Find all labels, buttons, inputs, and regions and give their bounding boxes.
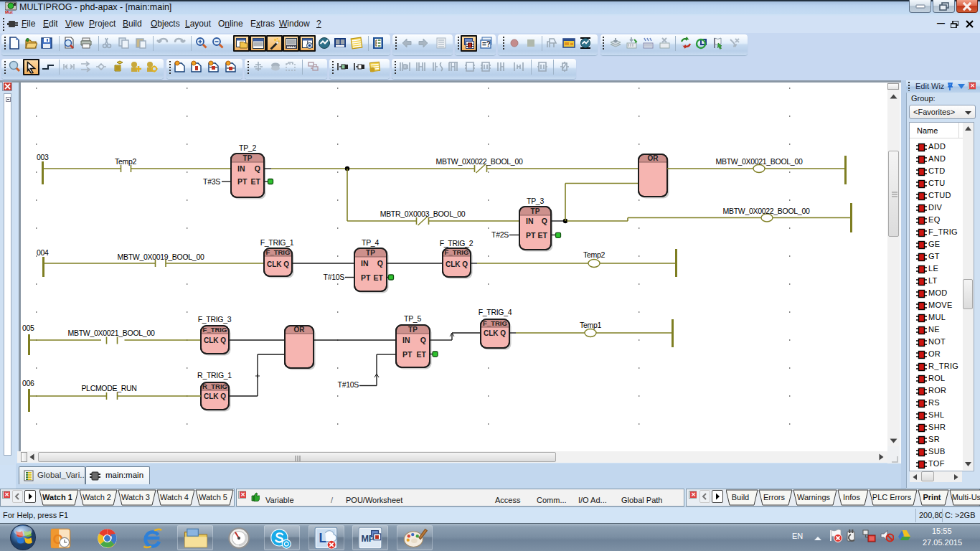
svg-text:T#3S: T#3S [203,177,220,186]
svg-text:PT: PT [526,231,536,240]
svg-text:CLK: CLK [484,329,499,337]
svg-text:CLK: CLK [267,260,282,268]
svg-text:T#2S: T#2S [491,230,509,239]
svg-text:TP_5: TP_5 [404,314,421,323]
svg-text:PLCMODE_RUN: PLCMODE_RUN [81,384,136,392]
svg-text:OR: OR [648,154,659,162]
svg-text:003: 003 [37,153,49,161]
svg-text:MBTW_0X0021_BOOL_00: MBTW_0X0021_BOOL_00 [68,329,155,337]
svg-text:IN: IN [361,259,369,268]
svg-text:Q: Q [420,336,426,344]
svg-text:MBTW_0X0022_BOOL_00: MBTW_0X0022_BOOL_00 [723,207,810,215]
svg-text:F_TRIG_3: F_TRIG_3 [198,315,232,324]
svg-text:F_TRIG: F_TRIG [445,248,469,256]
svg-text:Q: Q [542,217,547,225]
svg-text:Q: Q [220,392,226,400]
svg-text:IN: IN [237,164,245,173]
svg-text:PT: PT [237,177,248,186]
svg-text:Q: Q [283,260,289,268]
svg-text:TP_4: TP_4 [362,238,379,247]
svg-text:MBTR_0X0003_BOOL_00: MBTR_0X0003_BOOL_00 [380,209,466,218]
svg-text:PT: PT [402,350,413,359]
svg-text:TP_2: TP_2 [239,143,256,152]
svg-text:TP: TP [408,326,418,334]
svg-text:Q: Q [220,336,226,344]
svg-text:004: 004 [37,248,49,257]
svg-text:IN: IN [402,336,410,344]
svg-text:MBTW_0X0021_BOOL_00: MBTW_0X0021_BOOL_00 [716,157,803,166]
svg-text:MBTW_0X0019_BOOL_00: MBTW_0X0019_BOOL_00 [118,253,204,261]
svg-text:TP: TP [366,249,375,257]
svg-text:TP_3: TP_3 [527,197,544,205]
svg-text:F_TRIG_4: F_TRIG_4 [479,308,512,316]
svg-text:006: 006 [22,379,34,387]
svg-text:R_TRIG: R_TRIG [202,382,227,390]
svg-text:F_TRIG_1: F_TRIG_1 [260,238,294,247]
svg-text:R_TRIG_1: R_TRIG_1 [197,371,232,380]
svg-text:F_TRIG_2: F_TRIG_2 [440,239,473,248]
svg-text:ET: ET [251,177,261,186]
svg-text:CLK: CLK [204,392,219,400]
svg-text:T#10S: T#10S [324,273,345,281]
svg-text:Temp2: Temp2 [583,250,605,259]
svg-text:Temp1: Temp1 [580,321,601,329]
svg-text:T#10S: T#10S [338,380,359,389]
svg-text:005: 005 [22,324,34,332]
svg-text:TP: TP [531,207,540,215]
svg-text:ET: ET [374,273,384,282]
svg-text:IN: IN [526,217,534,225]
svg-text:CLK: CLK [204,336,219,344]
svg-text:CLK: CLK [446,260,461,268]
svg-text:Q: Q [255,164,260,173]
svg-text:ET: ET [417,350,427,359]
svg-text:Q: Q [462,260,468,268]
svg-text:Q: Q [377,259,383,268]
svg-text:Q: Q [500,329,506,337]
svg-text:F_TRIG: F_TRIG [483,319,507,327]
svg-text:ET: ET [538,231,548,240]
svg-text:Temp2: Temp2 [115,157,136,166]
svg-text:TP: TP [243,154,253,162]
svg-text:OR: OR [294,326,306,334]
svg-text:F_TRIG: F_TRIG [266,248,291,256]
svg-text:PT: PT [361,273,371,282]
svg-text:MBTW_0X0022_BOOL_00: MBTW_0X0022_BOOL_00 [436,157,523,166]
svg-text:F_TRIG: F_TRIG [203,326,227,334]
